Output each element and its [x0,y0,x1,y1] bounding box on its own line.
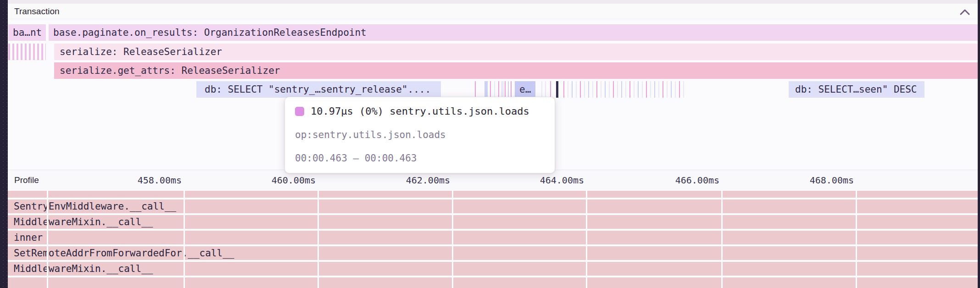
flame-frame-clipped[interactable] [8,277,978,288]
span-tick [511,81,512,98]
span-tick [613,81,614,98]
span-tick [629,81,630,98]
span-bar[interactable]: db: SELECT…seen" DESC [789,81,924,98]
span-tick [671,81,672,98]
time-axis-label: 466.00ms [675,175,719,186]
tooltip-time-range: 00:00.463 — 00:00.463 [295,153,543,164]
window-right-strip [978,0,980,288]
span-tick [475,81,476,98]
span-tick [650,81,651,98]
flame-frame[interactable]: MiddlewareMixin.__call__ [8,262,978,276]
time-gridline [856,190,857,288]
span-tick [484,81,488,98]
span-tick [505,81,506,98]
span-tick [683,81,684,98]
span-marker-bar[interactable] [556,81,558,98]
span-tick [601,81,601,98]
span-tick [646,81,647,98]
transaction-panel-header: Transaction [8,4,978,19]
frame-label: MiddlewareMixin.__call__ [14,216,153,227]
span-bar[interactable]: ba…nt [8,24,46,41]
autogrouped-spans-hatch[interactable] [8,44,46,60]
span-tooltip: 10.97µs (0%) sentry.utils.json.loads op:… [284,97,555,173]
span-tick [654,81,655,98]
flame-frame[interactable]: MiddlewareMixin.__call__ [8,215,978,229]
span-tick [501,81,504,98]
time-gridline [47,190,48,288]
span-tick [563,81,564,98]
span-tick [584,81,585,98]
frame-label: inner [14,232,43,243]
chevron-up-icon [958,7,971,18]
span-tick [634,81,635,98]
span-tick [490,81,491,98]
span-tick [588,81,589,98]
span-tick [617,81,618,98]
flame-frame[interactable]: SetRemoteAddrFromForwardedFor.__call__ [8,246,978,260]
span-bar[interactable]: db: SELECT "sentry_…sentry_release".... [196,81,441,98]
time-gridline [317,190,319,288]
span-tick [621,81,622,98]
sidebar-edge-strip [0,0,8,288]
span-bar[interactable]: serialize.get_attrs: ReleaseSerializer [54,62,978,79]
span-tick [638,81,639,98]
span-bar[interactable]: base.paginate.on_results: OrganizationRe… [49,24,978,41]
span-bar[interactable]: serialize: ReleaseSerializer [54,44,978,60]
time-axis-label: 468.00ms [810,175,854,186]
span-tick [679,81,680,98]
frame-label: MiddlewareMixin.__call__ [14,263,153,274]
span-color-swatch-icon [295,107,304,116]
span-tick [592,81,593,98]
span-tick [667,81,668,98]
span-tick [596,81,597,98]
span-tick [605,81,606,98]
flame-frame-clipped[interactable] [8,191,978,198]
span-tick [498,81,499,98]
tooltip-op: op:sentry.utils.json.loads [295,129,543,140]
time-gridline [452,190,453,288]
span-tick [609,81,610,98]
span-tick [663,81,663,98]
time-gridline [184,190,185,288]
span-tick [580,81,581,98]
flame-frame[interactable]: inner [8,231,978,244]
span-tick [568,81,568,98]
collapse-transaction-button[interactable] [958,7,971,18]
time-axis-label: 462.00ms [406,175,450,186]
trace-profiling-view: Transaction ba…ntbase.paginate.on_result… [0,0,980,288]
time-axis-label: 464.00ms [540,175,584,186]
flame-frame[interactable]: SentryEnvMiddleware.__call__ [8,199,978,213]
span-tick [541,81,542,98]
span-tick [658,81,659,98]
transaction-panel-title: Transaction [14,6,60,17]
span-tick [494,81,495,98]
span-tick [625,81,626,98]
time-axis-label: 460.00ms [272,175,316,186]
span-bar[interactable]: e… [515,81,535,98]
span-tick [508,81,509,98]
profile-panel-title: Profile [14,175,39,185]
span-tick [545,81,546,98]
span-tick [572,81,573,98]
span-tick [576,81,577,98]
time-axis-label: 458.00ms [138,175,182,186]
tooltip-duration-title: 10.97µs (0%) sentry.utils.json.loads [311,105,529,117]
frame-label: SentryEnvMiddleware.__call__ [14,201,176,212]
time-gridline [586,190,587,288]
time-gridline [721,190,723,288]
window-top-strip [0,0,980,4]
span-tick [642,81,643,98]
span-tick [550,81,551,98]
span-tick [675,81,676,98]
